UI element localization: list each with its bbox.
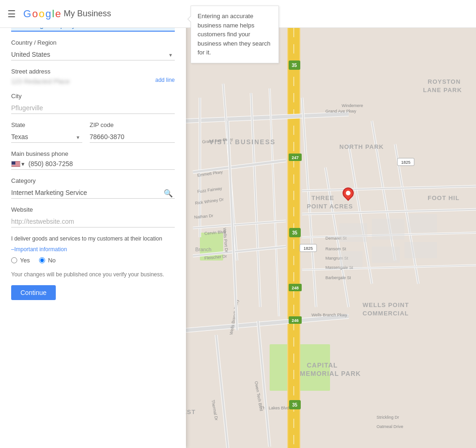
- svg-text:WELLS POINT: WELLS POINT: [363, 301, 409, 308]
- category-group: Category 🔍: [11, 177, 175, 199]
- phone-input[interactable]: [28, 160, 175, 167]
- category-input[interactable]: [11, 187, 175, 199]
- no-radio-label[interactable]: No: [39, 257, 56, 264]
- my-business-label: My Business: [64, 9, 111, 19]
- svg-text:1825: 1825: [304, 246, 313, 251]
- phone-group: Main business phone ▾: [11, 150, 175, 170]
- svg-rect-101: [372, 247, 400, 263]
- no-label: No: [48, 257, 56, 264]
- svg-rect-100: [339, 251, 363, 267]
- phone-label: Main business phone: [11, 150, 175, 157]
- website-group: Website: [11, 206, 175, 227]
- svg-text:Strickling Dr: Strickling Dr: [377, 415, 399, 420]
- yes-radio[interactable]: [11, 257, 17, 263]
- svg-text:Oatmeal Drive: Oatmeal Drive: [377, 424, 403, 429]
- svg-rect-4: [288, 28, 299, 448]
- zip-col: ZIP code: [90, 121, 175, 143]
- svg-text:1825: 1825: [401, 160, 410, 165]
- tooltip-box: Entering an accurate business name helps…: [191, 6, 279, 63]
- svg-text:POINT ACRES: POINT ACRES: [307, 203, 353, 210]
- state-zip-row: State Texas ZIP code: [11, 121, 175, 143]
- category-search-icon[interactable]: 🔍: [164, 188, 173, 197]
- state-select-wrapper: Texas: [11, 131, 82, 143]
- logo-o2: o: [39, 8, 44, 20]
- important-info-link[interactable]: –Important information: [11, 246, 67, 253]
- no-radio[interactable]: [39, 257, 45, 263]
- deliver-text: I deliver goods and services to my custo…: [11, 235, 175, 243]
- svg-text:Ransom St: Ransom St: [325, 247, 346, 251]
- svg-rect-97: [339, 223, 367, 242]
- svg-text:MEMORIAL PARK: MEMORIAL PARK: [300, 370, 361, 377]
- us-flag-canton: [12, 161, 15, 165]
- svg-rect-102: [404, 242, 437, 258]
- state-col: State Texas: [11, 121, 82, 143]
- state-label: State: [11, 121, 82, 128]
- flag-selector[interactable]: ▾: [11, 160, 25, 167]
- deliver-group: I deliver goods and services to my custo…: [11, 235, 175, 264]
- marker-pin: [340, 185, 356, 201]
- phone-row: ▾: [11, 160, 175, 170]
- svg-text:NORTH PARK: NORTH PARK: [339, 143, 384, 150]
- svg-text:35: 35: [292, 402, 298, 408]
- country-select-wrapper: United States: [11, 49, 175, 60]
- logo-g: G: [23, 8, 31, 20]
- zip-input[interactable]: [90, 131, 175, 143]
- street-address-label: Street address: [11, 68, 175, 75]
- svg-text:ROYSTON: ROYSTON: [428, 78, 461, 85]
- svg-text:Barbergale St: Barbergale St: [325, 275, 351, 280]
- svg-text:Grand Ave Pkwy: Grand Ave Pkwy: [325, 109, 357, 114]
- svg-text:35: 35: [292, 230, 298, 235]
- street-address-group: Street address 123 Redacted Place add li…: [11, 68, 175, 85]
- svg-text:246: 246: [291, 318, 298, 323]
- add-line-link[interactable]: add line: [155, 77, 175, 83]
- zip-label: ZIP code: [90, 121, 175, 128]
- svg-text:35: 35: [291, 63, 297, 68]
- svg-text:CAPITAL: CAPITAL: [307, 361, 338, 369]
- svg-text:LANE PARK: LANE PARK: [423, 87, 462, 94]
- continue-button[interactable]: Continue: [11, 285, 56, 300]
- yes-radio-label[interactable]: Yes: [11, 257, 30, 264]
- svg-text:Windemere: Windemere: [342, 103, 363, 108]
- form-panel: Business name Country / Region United St…: [0, 0, 186, 448]
- city-input[interactable]: [11, 102, 175, 114]
- logo-l: l: [52, 8, 54, 20]
- svg-text:Branch: Branch: [195, 247, 212, 252]
- us-flag-icon: [11, 161, 20, 167]
- svg-text:Wells Branch Pkwy: Wells Branch Pkwy: [311, 313, 347, 317]
- website-label: Website: [11, 206, 175, 213]
- svg-text:COMMERCIAL: COMMERCIAL: [363, 310, 409, 317]
- radio-group: Yes No: [11, 257, 175, 264]
- street-address-row: 123 Redacted Place add line: [11, 78, 175, 85]
- country-label: Country / Region: [11, 39, 175, 46]
- svg-text:247: 247: [291, 155, 298, 160]
- svg-rect-99: [409, 214, 437, 233]
- hamburger-menu-icon[interactable]: ☰: [7, 8, 16, 20]
- state-zip-group: State Texas ZIP code: [11, 121, 175, 143]
- country-select[interactable]: United States: [11, 49, 175, 60]
- category-label: Category: [11, 177, 175, 184]
- logo-o1: o: [32, 8, 38, 20]
- street-address-blurred: 123 Redacted Place: [11, 78, 175, 85]
- yes-label: Yes: [20, 257, 30, 264]
- map-marker: [343, 187, 354, 202]
- tooltip-text: Entering an accurate business name helps…: [198, 13, 271, 56]
- logo-g2: g: [46, 8, 51, 20]
- svg-rect-98: [372, 219, 404, 240]
- country-group: Country / Region United States: [11, 39, 175, 60]
- category-wrapper: 🔍: [11, 187, 175, 199]
- svg-text:FOOT HIL: FOOT HIL: [428, 194, 460, 201]
- country-code-arrow: ▾: [21, 160, 25, 167]
- website-input[interactable]: [11, 216, 175, 227]
- google-logo: Google My Business: [23, 8, 111, 20]
- logo-e: e: [55, 8, 61, 20]
- city-label: City: [11, 93, 175, 100]
- marker-dot: [345, 190, 351, 196]
- city-group: City: [11, 93, 175, 114]
- svg-text:THREE: THREE: [311, 194, 334, 201]
- state-select[interactable]: Texas: [11, 131, 82, 143]
- svg-text:248: 248: [291, 286, 298, 290]
- verify-text: Your changes will be published once you …: [11, 271, 175, 278]
